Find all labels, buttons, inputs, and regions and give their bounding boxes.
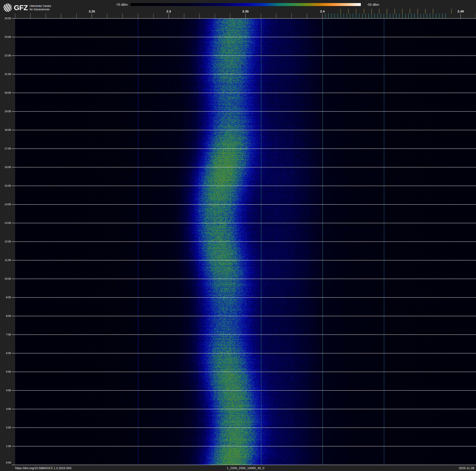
freq-tick-minor	[122, 14, 123, 18]
ble-channel-tick	[414, 14, 415, 18]
time-label: 7:00	[0, 333, 11, 336]
hour-gridline	[12, 334, 476, 335]
freq-tick-label: 2.49	[454, 10, 468, 13]
time-label: 19:00	[0, 110, 11, 113]
hour-gridline	[12, 390, 476, 391]
ble-channel-tick	[436, 14, 436, 18]
hour-gridline	[12, 93, 476, 93]
freq-tick-major	[169, 14, 169, 18]
ble-channel-tick	[368, 14, 369, 18]
ble-channel-tick	[396, 14, 396, 18]
footer: https://doi.org/10.5880/GFZ.1.2.2024.003…	[0, 465, 476, 471]
time-label: 22:00	[0, 54, 11, 57]
hour-gridline	[12, 260, 476, 260]
time-label: 3:00	[0, 408, 11, 411]
hour-gridline	[12, 130, 476, 130]
freq-tick-major	[245, 14, 246, 18]
wifi-channel-tick	[387, 9, 387, 14]
ble-channel-tick	[445, 14, 445, 18]
ble-channel-tick	[442, 14, 442, 18]
time-label: 2:00	[0, 426, 11, 429]
freq-tick-minor	[199, 14, 200, 18]
time-label: 21:00	[0, 73, 11, 76]
ble-channel-tick	[393, 14, 393, 18]
dataset-id: 1_2200_2500_10000_40_0	[227, 466, 264, 470]
hour-gridline	[12, 204, 476, 205]
ble-channel-tick	[427, 14, 427, 18]
time-label: 6:00	[0, 352, 11, 355]
ble-channel-tick	[424, 14, 424, 18]
wifi-channel-tick	[402, 9, 402, 14]
time-label: 17:00	[0, 147, 11, 150]
hour-gridline	[12, 372, 476, 372]
hour-gridline	[12, 111, 476, 112]
wifi-channel-tick	[348, 9, 349, 14]
ble-channel-tick	[418, 14, 418, 18]
time-label: 10:00	[0, 277, 11, 280]
wifi-channel-tick	[364, 9, 364, 14]
date-label: 2025-11-28	[459, 466, 474, 470]
freq-tick-minor	[15, 14, 15, 18]
hour-gridline	[12, 428, 476, 428]
hour-gridline	[12, 446, 476, 446]
time-label: 16:00	[0, 166, 11, 169]
time-label: 20:00	[0, 91, 11, 94]
freq-tick-label: 2.4	[315, 10, 329, 13]
hour-gridline	[12, 148, 476, 149]
ble-channel-tick	[439, 14, 439, 18]
freq-tick-minor	[215, 14, 215, 18]
ble-channel-tick	[381, 14, 381, 18]
time-label: 24:00	[0, 17, 11, 20]
hour-gridline	[12, 353, 476, 353]
time-label: 4:00	[0, 389, 11, 392]
freq-tick-minor	[138, 14, 138, 18]
wifi-channel-tick	[418, 9, 418, 14]
wifi-channel-tick	[356, 9, 356, 14]
hour-gridline	[12, 297, 476, 298]
ble-channel-tick	[402, 14, 402, 18]
hour-gridline	[12, 409, 476, 409]
wifi-channel-tick	[340, 9, 341, 14]
spectrogram-page: GFZ Helmholtz Centre for Geosciences -75…	[0, 0, 476, 471]
ble-channel-tick	[433, 14, 433, 18]
hour-gridline	[12, 279, 476, 279]
time-label: 15:00	[0, 184, 11, 187]
freq-tick-minor	[76, 14, 77, 18]
doi-link[interactable]: https://doi.org/10.5880/GFZ.1.2.2024.003	[15, 466, 71, 470]
ble-channel-tick	[405, 14, 406, 18]
hour-gridline	[12, 186, 476, 186]
ble-channel-tick	[328, 14, 329, 18]
ble-channel-tick	[359, 14, 359, 18]
ble-channel-tick	[378, 14, 378, 18]
time-label: 0:00	[0, 461, 11, 464]
ble-channel-tick	[353, 14, 353, 18]
freq-tick-minor	[276, 14, 276, 18]
ble-channel-tick	[338, 14, 338, 18]
time-label: 18:00	[0, 128, 11, 132]
time-label: 1:00	[0, 445, 11, 448]
time-label: 8:00	[0, 314, 11, 318]
freq-tick-minor	[153, 14, 153, 18]
wifi-channel-tick	[425, 9, 425, 14]
ble-channel-tick	[347, 14, 347, 18]
hour-gridline	[12, 74, 476, 74]
hour-gridline	[12, 18, 476, 18]
freq-tick-minor	[261, 14, 261, 18]
freq-tick-minor	[291, 14, 292, 18]
freq-tick-minor	[61, 14, 61, 18]
ble-channel-tick	[356, 14, 356, 18]
freq-tick-minor	[46, 14, 46, 18]
freq-tick-minor	[107, 14, 107, 18]
wifi-channel-tick	[433, 9, 433, 14]
ble-channel-tick	[411, 14, 412, 18]
hour-gridline	[12, 55, 476, 56]
wifi-channel-tick	[410, 9, 410, 14]
freq-tick-major	[460, 14, 461, 18]
time-label: 5:00	[0, 370, 11, 373]
time-label: 13:00	[0, 221, 11, 225]
freq-tick-minor	[184, 14, 184, 18]
ble-channel-tick	[372, 14, 372, 18]
ble-channel-tick	[390, 14, 390, 18]
freq-tick-minor	[230, 14, 230, 18]
ble-channel-tick	[374, 14, 375, 18]
